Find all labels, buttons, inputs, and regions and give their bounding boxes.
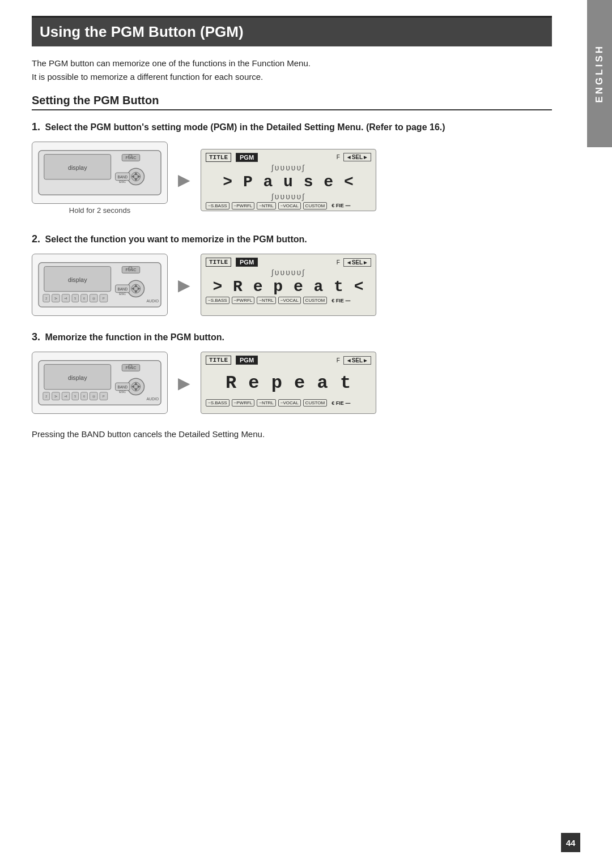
svg-text:5: 5: [74, 297, 76, 300]
lcd-main-text-2: > R e p e a t <: [206, 278, 371, 296]
lcd-wave-top-1: ∫υυυυυ∫: [206, 163, 371, 172]
step-1-heading: 1. Select the PGM button's setting mode …: [32, 119, 552, 135]
step-3-heading: 3. Memorize the function in the PGM butt…: [32, 330, 552, 345]
device-diagram-2: display FUNC BAND ESC: [32, 254, 168, 316]
step-1-caption: Hold for 2 seconds: [32, 206, 168, 215]
lcd-title-1: TITLE: [206, 153, 231, 162]
svg-point-14: [129, 155, 132, 158]
svg-text:•4: •4: [65, 297, 67, 300]
lcd-title-3: TITLE: [206, 356, 231, 365]
svg-point-59: [129, 365, 132, 368]
svg-text:•4: •4: [65, 395, 67, 398]
svg-text:3•: 3•: [54, 297, 57, 300]
svg-text:display: display: [68, 276, 87, 283]
lcd-sel-3: ◄SEL►: [343, 356, 371, 365]
svg-text:BAND: BAND: [117, 175, 128, 179]
lcd-bottom-2: ~S.BASS ~PWRFL ~NTRL ~VOCAL CUSTOM € FIE…: [206, 297, 371, 304]
step-1: 1. Select the PGM button's setting mode …: [32, 119, 552, 218]
svg-text:ESC: ESC: [119, 292, 126, 296]
svg-text:ESC: ESC: [119, 390, 126, 394]
arrow-1: ▶: [178, 170, 190, 189]
svg-text:BAND: BAND: [117, 287, 128, 291]
svg-text:P: P: [103, 395, 105, 398]
svg-text:6: 6: [83, 395, 85, 398]
step-1-diagram: display FUNC BAND ESC: [32, 142, 552, 218]
svg-text:display: display: [68, 164, 87, 171]
svg-text:3•: 3•: [54, 395, 57, 398]
arrow-2: ▶: [178, 276, 190, 294]
svg-text:P: P: [103, 297, 105, 300]
subsection-title: Setting the PGM Button: [32, 94, 552, 110]
svg-text:5: 5: [74, 395, 76, 398]
lcd-fie-1: € FIE ⸻: [332, 203, 350, 208]
device-diagram-1: display FUNC BAND ESC: [32, 142, 168, 204]
section-title: Using the PGM Button (PGM): [32, 16, 552, 46]
lcd-display-1: TITLE PGM F ◄SEL► ∫υυυυυ∫ > P a u s e < …: [201, 149, 376, 211]
svg-text:Ⓑ: Ⓑ: [92, 297, 95, 300]
footer-note: Pressing the BAND button cancels the Det…: [32, 427, 552, 441]
svg-text:2: 2: [45, 395, 47, 398]
svg-text:display: display: [68, 374, 87, 381]
intro-text: The PGM button can memorize one of the f…: [32, 57, 552, 84]
lcd-dots-1: ∫υυυυυ∫: [206, 192, 371, 201]
lcd-display-3: TITLE PGM F ◄SEL► R e p e a t ~S.BASS ~P…: [201, 352, 376, 414]
lcd-main-text-3: R e p e a t: [206, 373, 371, 394]
main-content: Using the PGM Button (PGM) The PGM butto…: [32, 0, 580, 441]
lcd-wave-top-2: ∫υυυυυ∫: [206, 268, 371, 277]
svg-text:AUDIO: AUDIO: [146, 397, 159, 401]
english-label: ENGLISH: [594, 44, 605, 103]
step-2-diagram: display FUNC BAND ESC: [32, 254, 552, 316]
step-2: 2. Select the function you want to memor…: [32, 232, 552, 316]
arrow-3: ▶: [178, 374, 190, 392]
lcd-display-2: TITLE PGM F ◄SEL► ∫υυυυυ∫ > R e p e a t …: [201, 254, 376, 316]
svg-text:Ⓑ: Ⓑ: [92, 395, 95, 398]
lcd-main-text-1: > P a u s e <: [206, 173, 371, 191]
lcd-bottom-3: ~S.BASS ~PWRFL ~NTRL ~VOCAL CUSTOM € FIE…: [206, 399, 371, 407]
lcd-sel-1: ◄SEL►: [343, 153, 371, 161]
svg-text:ESC: ESC: [119, 180, 126, 183]
step-2-heading: 2. Select the function you want to memor…: [32, 232, 552, 247]
lcd-sel-2: ◄SEL►: [343, 258, 371, 267]
device-diagram-3: display FUNC BAND ESC: [32, 352, 168, 414]
lcd-pgm-2: PGM: [236, 258, 258, 267]
english-tab: ENGLISH: [587, 0, 612, 147]
step-3: 3. Memorize the function in the PGM butt…: [32, 330, 552, 414]
page-number: 44: [561, 833, 580, 852]
svg-text:2: 2: [45, 297, 47, 300]
lcd-pgm-3: PGM: [236, 356, 258, 365]
lcd-pgm-1: PGM: [236, 153, 258, 162]
svg-text:BAND: BAND: [117, 385, 128, 389]
step-3-diagram: display FUNC BAND ESC: [32, 352, 552, 414]
lcd-bottom-1: ~S.BASS ~PWRFL ~NTRL ~VOCAL CUSTOM € FIE…: [206, 202, 371, 209]
svg-text:AUDIO: AUDIO: [146, 299, 159, 303]
lcd-title-2: TITLE: [206, 258, 231, 267]
svg-text:6: 6: [83, 297, 85, 300]
svg-point-29: [129, 267, 132, 270]
